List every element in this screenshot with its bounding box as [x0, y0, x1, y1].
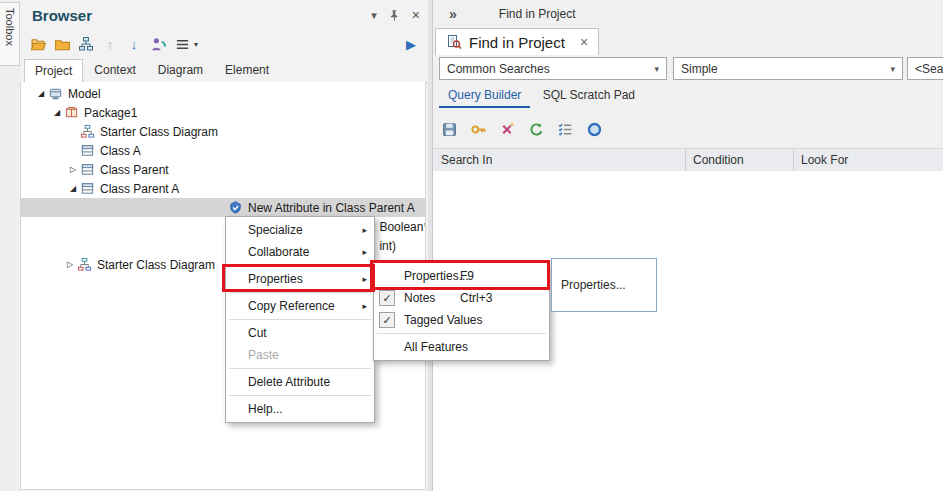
- menu-item-label: Properties: [248, 272, 303, 286]
- menu-item-paste: Paste: [226, 344, 374, 366]
- common-searches-dropdown[interactable]: Common Searches ▾: [439, 57, 667, 80]
- navigate-forward-icon[interactable]: ▶: [406, 37, 416, 52]
- tab-project[interactable]: Project: [24, 59, 83, 83]
- builder-tab-bar: Query Builder SQL Scratch Pad: [433, 84, 943, 108]
- find-document-icon: [446, 34, 462, 50]
- properties-tooltip: Properties...: [551, 258, 657, 312]
- submenu-item-all-features[interactable]: All Features: [374, 336, 549, 358]
- column-divider: [685, 149, 686, 171]
- save-icon[interactable]: [439, 119, 459, 139]
- submenu-arrow-icon: ▸: [362, 268, 367, 290]
- menu-item-specialize[interactable]: Specialize ▸: [226, 219, 374, 241]
- tree-item-label: Package1: [84, 106, 137, 120]
- tab-diagram[interactable]: Diagram: [147, 58, 214, 82]
- tab-find-in-project[interactable]: Find in Project ×: [435, 28, 599, 55]
- tab-sql-scratch-pad[interactable]: SQL Scratch Pad: [534, 84, 644, 106]
- menu-item-label: Properties...: [404, 269, 469, 283]
- tree-item-package1[interactable]: ◢ Package1: [21, 103, 425, 122]
- menu-item-collaborate[interactable]: Collaborate ▸: [226, 241, 374, 263]
- open-folder-icon[interactable]: [28, 34, 48, 54]
- tree-item-starter-class-diagram[interactable]: Starter Class Diagram: [21, 122, 425, 141]
- tab-context[interactable]: Context: [83, 58, 146, 82]
- user-sync-icon[interactable]: [148, 34, 168, 54]
- simple-mode-dropdown[interactable]: Simple ▾: [673, 57, 903, 80]
- tree-item-label: Model: [68, 87, 101, 101]
- class-icon: [80, 143, 95, 158]
- tree-item-model[interactable]: ◢ Model: [21, 84, 425, 103]
- menu-caret-icon[interactable]: ▾: [194, 40, 198, 49]
- expanded-arrow-icon[interactable]: ◢: [50, 108, 64, 117]
- column-header-look-for[interactable]: Look For: [801, 153, 848, 167]
- find-panel-caption-bar: » Find in Project: [433, 0, 943, 28]
- column-divider: [793, 149, 794, 171]
- clear-search-icon[interactable]: [497, 119, 517, 139]
- tab-element[interactable]: Element: [214, 58, 280, 82]
- menu-item-label: Delete Attribute: [248, 375, 330, 389]
- tree-item-new-attribute[interactable]: New Attribute in Class Parent A: [21, 198, 425, 217]
- menu-item-copy-reference[interactable]: Copy Reference ▸: [226, 295, 374, 317]
- search-controls-row: Common Searches ▾ Simple ▾ <Sea: [433, 57, 943, 80]
- toolbox-label: Toolbox: [4, 8, 16, 65]
- tab-query-builder[interactable]: Query Builder: [439, 84, 530, 108]
- find-tab-row: Find in Project ×: [433, 28, 943, 55]
- help-ring-icon[interactable]: [584, 119, 604, 139]
- menu-item-label: Collaborate: [248, 245, 309, 259]
- column-header-condition[interactable]: Condition: [693, 153, 744, 167]
- model-icon: [48, 86, 63, 101]
- tab-label: Find in Project: [469, 34, 565, 51]
- tab-close-icon[interactable]: ×: [580, 34, 588, 50]
- close-icon[interactable]: ×: [412, 7, 420, 23]
- menu-item-properties[interactable]: Properties ▸: [226, 268, 374, 290]
- expanded-arrow-icon[interactable]: ◢: [34, 89, 48, 98]
- expanded-arrow-icon[interactable]: ◢: [66, 184, 80, 193]
- menu-item-label: Specialize: [248, 223, 303, 237]
- hamburger-menu-icon[interactable]: [172, 34, 192, 54]
- pin-icon[interactable]: [388, 9, 401, 22]
- class-icon: [80, 181, 95, 196]
- submenu-item-tagged-values[interactable]: ✓ Tagged Values: [374, 309, 549, 331]
- menu-item-help[interactable]: Help...: [226, 398, 374, 420]
- collapsed-arrow-icon[interactable]: ▷: [66, 165, 80, 174]
- submenu-item-properties[interactable]: Properties... F9: [374, 265, 549, 287]
- browser-titlebar: Browser ▾ ×: [20, 0, 428, 30]
- menu-item-label: Help...: [248, 402, 283, 416]
- panel-menu-dropdown-icon[interactable]: ▾: [371, 9, 377, 22]
- tree-item-label: Starter Class Diagram: [97, 258, 215, 272]
- collapsed-arrow-icon[interactable]: ▷: [63, 260, 77, 269]
- chevron-down-icon[interactable]: ▾: [890, 64, 895, 74]
- hierarchy-icon[interactable]: [76, 34, 96, 54]
- class-diagram-icon: [77, 257, 92, 272]
- checkbox-checked-icon[interactable]: ✓: [379, 312, 395, 328]
- find-in-project-panel: » Find in Project Find in Project × Comm…: [432, 0, 943, 491]
- key-search-icon[interactable]: [468, 119, 488, 139]
- menu-item-label: Cut: [248, 326, 267, 340]
- tree-item-class-parent[interactable]: ▷ Class Parent: [21, 160, 425, 179]
- menu-item-cut[interactable]: Cut: [226, 322, 374, 344]
- submenu-item-notes[interactable]: ✓ Notes Ctrl+3: [374, 287, 549, 309]
- submenu-arrow-icon: ▸: [362, 295, 367, 317]
- find-toolbar: [433, 114, 943, 144]
- refresh-icon[interactable]: [526, 119, 546, 139]
- menu-separator: [229, 395, 371, 396]
- dropdown-value: Common Searches: [447, 62, 550, 76]
- app-window: Toolbox Browser ▾ × ↑ ↓ ▾ ▶ Project Cont…: [0, 0, 943, 491]
- menu-item-delete-attribute[interactable]: Delete Attribute: [226, 371, 374, 393]
- options-list-icon[interactable]: [555, 119, 575, 139]
- column-header-search-in[interactable]: Search In: [441, 153, 492, 167]
- new-folder-icon[interactable]: [52, 34, 72, 54]
- checkbox-checked-icon[interactable]: ✓: [379, 290, 395, 306]
- toolbox-strip: Toolbox: [0, 0, 21, 491]
- menu-separator: [377, 333, 546, 334]
- browser-toolbar: ↑ ↓ ▾ ▶: [20, 30, 428, 58]
- move-down-icon[interactable]: ↓: [124, 34, 144, 54]
- tree-item-class-parent-a[interactable]: ◢ Class Parent A: [21, 179, 425, 198]
- panel-title: Browser: [32, 7, 92, 24]
- chevron-down-icon[interactable]: ▾: [654, 64, 659, 74]
- search-term-field[interactable]: <Sea: [907, 57, 943, 80]
- move-up-icon[interactable]: ↑: [100, 34, 120, 54]
- tree-item-class-a[interactable]: Class A: [21, 141, 425, 160]
- shortcut-label: F9: [460, 265, 474, 287]
- toolbox-side-tab[interactable]: Toolbox: [0, 2, 20, 66]
- menu-separator: [229, 265, 371, 266]
- collapse-panel-icon[interactable]: »: [449, 6, 457, 22]
